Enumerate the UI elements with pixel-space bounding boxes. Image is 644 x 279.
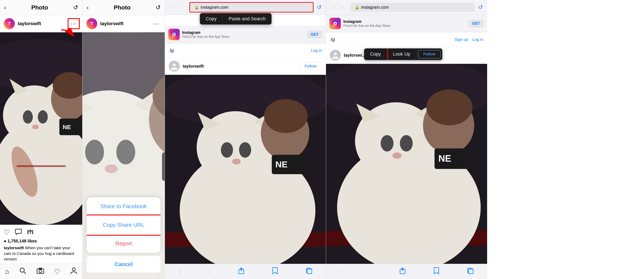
- panel3-bottom-forward[interactable]: ›: [208, 268, 210, 275]
- panel4-bottom-share[interactable]: [400, 268, 406, 276]
- panel4-refresh-btn[interactable]: ↺: [478, 4, 483, 10]
- svg-point-8: [23, 110, 33, 124]
- panel2-title: Photo: [114, 4, 130, 11]
- svg-point-9: [38, 110, 48, 124]
- panel3-bottom-bookmarks[interactable]: [272, 267, 278, 276]
- svg-point-19: [39, 270, 42, 273]
- panel3-app-banner-text: Instagram Find it for free on the App St…: [182, 30, 304, 39]
- svg-text:NE: NE: [438, 153, 451, 164]
- panel1-profile-icon[interactable]: [70, 267, 77, 276]
- panel3-follow-btn[interactable]: Follow: [300, 62, 322, 70]
- panel1-bottom-nav: ⌂ ♡: [0, 264, 82, 279]
- panel1-caption: taylorswift When you can't take your cat…: [4, 245, 78, 262]
- panel4-login-link[interactable]: Log in: [472, 37, 483, 42]
- panel4-get-btn[interactable]: GET: [468, 20, 484, 28]
- panel1-share-icon[interactable]: [27, 228, 34, 236]
- svg-line-17: [24, 272, 26, 274]
- panel3-bottom-share[interactable]: [238, 268, 244, 276]
- panel2-username: taylorswift: [100, 21, 148, 26]
- panel2-avatar: T: [86, 18, 97, 29]
- panel4-bottom-bookmarks[interactable]: [434, 267, 439, 276]
- panel3-forward-btn[interactable]: ›: [178, 4, 186, 11]
- panel1-search-icon[interactable]: [19, 267, 26, 276]
- svg-point-52: [232, 159, 240, 165]
- panel4-bottom-back[interactable]: ‹: [340, 268, 342, 275]
- panel4-app-sub: Find it for free on the App Store.: [343, 24, 466, 28]
- panel2-back-btn[interactable]: ‹: [87, 4, 88, 11]
- panel3-back-btn[interactable]: ‹: [169, 4, 178, 11]
- svg-point-76: [381, 135, 394, 152]
- panel3-bottom-tabs[interactable]: [306, 268, 312, 276]
- panel1-heart-icon[interactable]: ♡: [54, 268, 60, 276]
- panel1-caption-username: taylorswift: [4, 246, 24, 250]
- panel2-more-button[interactable]: ···: [152, 20, 161, 28]
- panel1-refresh-btn[interactable]: ↺: [73, 4, 78, 11]
- panel2-share-facebook-btn[interactable]: Share to Facebook: [87, 197, 160, 216]
- panel3-bottom-back[interactable]: ‹: [179, 268, 181, 275]
- panel3-app-name: Instagram: [182, 30, 304, 35]
- panel3-login-link[interactable]: Log in: [311, 48, 322, 53]
- panel4-signup-link[interactable]: Sign up: [454, 37, 468, 42]
- panel4-bottom-bar: ‹ ›: [326, 264, 487, 279]
- panel1-likes: ● 1,755,148 likes: [4, 239, 78, 244]
- panel1-like-icon[interactable]: ♡: [4, 228, 10, 236]
- panel1-username: taylorswift: [18, 21, 66, 26]
- panel4-bottom-forward[interactable]: ›: [370, 268, 372, 275]
- panel2-refresh-btn[interactable]: ↺: [156, 4, 160, 11]
- panel4-context-menu: Copy Look Up Follow: [364, 48, 442, 60]
- panel3-browser-header: ig Log in: [165, 43, 326, 58]
- panel4-url-field[interactable]: 🔒 instagram.com: [350, 3, 475, 12]
- svg-point-21: [72, 268, 75, 271]
- panel4-ig-logo: ig: [330, 35, 338, 44]
- panel1-cat-photo: NE: [0, 32, 82, 225]
- svg-text:NE: NE: [276, 160, 288, 169]
- panel-4-safari-browser-context: ‹ › 🔒 instagram.com ↺: [326, 0, 487, 279]
- panel3-get-btn[interactable]: GET: [307, 31, 322, 38]
- panel2-copy-share-url-btn[interactable]: Copy Share URL: [87, 216, 160, 234]
- panel4-back-btn[interactable]: ‹: [330, 4, 339, 11]
- panel2-report-btn[interactable]: Report: [87, 234, 160, 253]
- panel3-ig-logo: ig: [169, 46, 176, 55]
- panel3-app-sub: Find it for free on the App Store.: [182, 35, 304, 39]
- panel4-follow-btn[interactable]: Follow: [418, 50, 440, 58]
- panel3-user-row: taylorswift Follow: [165, 58, 326, 75]
- panel4-url-bar: ‹ › 🔒 instagram.com ↺: [326, 0, 487, 15]
- panel3-browser-username: taylorswift: [183, 64, 296, 69]
- panel4-context-lookup-btn[interactable]: Look Up: [387, 48, 416, 60]
- panel3-refresh-btn[interactable]: ↺: [317, 4, 322, 10]
- panel4-forward-btn[interactable]: ›: [339, 4, 347, 11]
- panel2-share-menu-card: Share to Facebook Copy Share URL Report: [87, 197, 160, 253]
- panel4-browser-header: ig Sign up Log in: [326, 32, 487, 47]
- panel1-action-icons: ♡: [4, 228, 78, 236]
- panel3-url-field[interactable]: 🔒 instagram.com: [190, 2, 314, 12]
- svg-point-31: [105, 164, 118, 173]
- panel-3-safari-browser: ‹ › 🔒 instagram.com ↺ Copy Paste and Sea…: [165, 0, 326, 279]
- svg-point-65: [336, 22, 336, 23]
- panel4-app-icon: [330, 18, 341, 29]
- panel4-context-copy-btn[interactable]: Copy: [364, 48, 387, 60]
- svg-point-50: [221, 142, 233, 158]
- panel3-photo-area: NE: [165, 75, 326, 264]
- panel1-home-icon[interactable]: ⌂: [5, 268, 9, 276]
- panel1-user-row: T taylorswift ···: [0, 15, 82, 32]
- panel1-more-button[interactable]: ···: [69, 20, 78, 28]
- panel1-comment-icon[interactable]: [15, 228, 22, 236]
- svg-point-51: [239, 142, 251, 158]
- panel4-bottom-tabs[interactable]: [467, 268, 474, 276]
- panel3-url-text: instagram.com: [201, 5, 228, 10]
- panel3-lock-icon: 🔒: [194, 5, 199, 10]
- svg-point-80: [426, 90, 472, 125]
- panel4-photo-area: NE: [326, 64, 487, 264]
- panel-1-instagram-normal: ‹ Photo ↺ T taylorswift ···: [0, 0, 82, 279]
- panel1-nav: ‹ Photo ↺: [0, 0, 82, 15]
- panel4-header-links: Sign up Log in: [454, 37, 483, 42]
- svg-point-78: [392, 152, 402, 159]
- svg-point-39: [175, 33, 176, 34]
- panel1-camera-icon[interactable]: [36, 267, 44, 276]
- panel1-back-btn[interactable]: ‹: [4, 4, 6, 11]
- panel3-copy-paste-tooltip: Copy Paste and Search: [200, 13, 272, 24]
- panel3-copy-btn[interactable]: Copy: [200, 13, 223, 24]
- svg-text:ig: ig: [170, 47, 174, 53]
- panel3-paste-search-btn[interactable]: Paste and Search: [223, 13, 272, 24]
- panel2-cancel-btn[interactable]: Cancel: [87, 256, 160, 273]
